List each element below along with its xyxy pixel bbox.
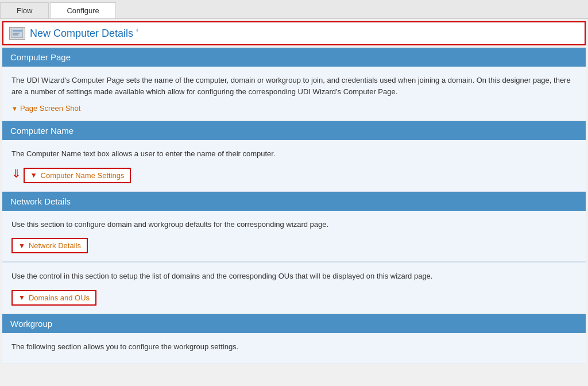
svg-rect-3 <box>13 34 18 36</box>
main-content: Computer Page The UDI Wizard's Computer … <box>2 48 586 364</box>
tab-flow[interactable]: Flow <box>0 2 49 18</box>
computer-page-body: The UDI Wizard's Computer Page sets the … <box>2 67 586 121</box>
network-details-body-2: Use the control in this section to setup… <box>2 263 586 314</box>
network-details-body-1: Use this section to configure domain and… <box>2 211 586 263</box>
svg-rect-1 <box>13 30 22 32</box>
computer-name-settings-link[interactable]: ▼ Computer Name Settings <box>24 168 131 183</box>
chevron-down-icon: ▼ <box>18 294 25 302</box>
page-screenshot-link[interactable]: ▼ Page Screen Shot <box>11 104 80 113</box>
network-details-header: Network Details <box>2 192 586 211</box>
page-header: New Computer Details ' <box>2 21 586 45</box>
tab-configure[interactable]: Configure <box>50 2 115 18</box>
workgroup-header: Workgroup <box>2 314 586 333</box>
tab-bar: Flow Configure <box>0 0 588 19</box>
chevron-down-icon: ▼ <box>30 171 37 179</box>
svg-rect-2 <box>13 33 20 34</box>
network-details-section: Network Details Use this section to conf… <box>2 192 586 314</box>
computer-name-section: Computer Name The Computer Name text box… <box>2 121 586 192</box>
domains-ous-link[interactable]: ▼ Domains and OUs <box>11 290 96 306</box>
red-down-arrow-icon: ⇓ <box>11 167 21 180</box>
computer-name-header: Computer Name <box>2 121 586 140</box>
workgroup-body: The following section allows you to conf… <box>2 333 586 365</box>
computer-page-section: Computer Page The UDI Wizard's Computer … <box>2 48 586 121</box>
workgroup-section: Workgroup The following section allows y… <box>2 314 586 365</box>
page-icon <box>9 27 25 40</box>
computer-name-body: The Computer Name text box allows a user… <box>2 140 586 192</box>
computer-page-header: Computer Page <box>2 48 586 67</box>
page-title: New Computer Details ' <box>30 28 138 40</box>
chevron-down-icon: ▼ <box>18 242 25 250</box>
chevron-down-icon: ▼ <box>11 105 18 112</box>
network-details-link[interactable]: ▼ Network Details <box>11 238 88 253</box>
